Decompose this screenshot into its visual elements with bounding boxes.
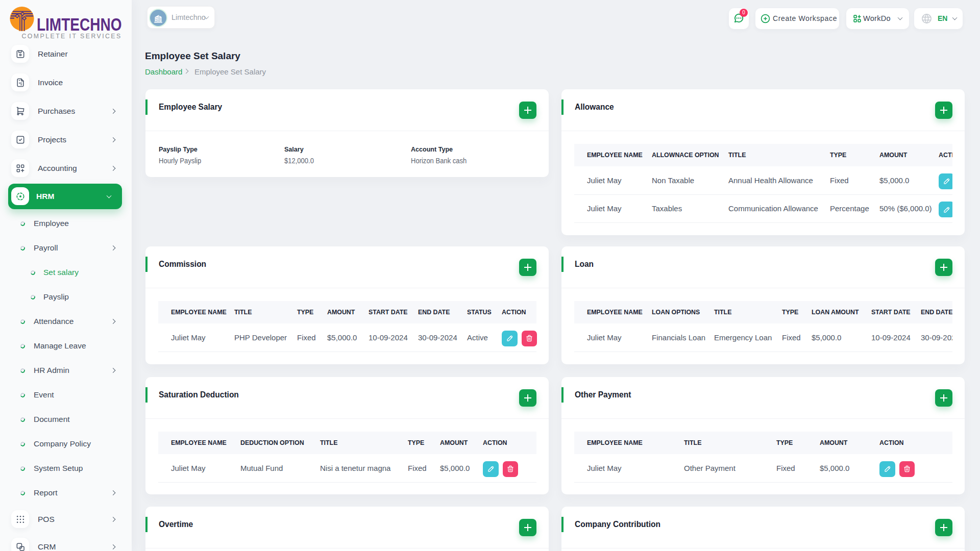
svg-text:COMPLETE IT SERVICES: COMPLETE IT SERVICES <box>22 33 122 40</box>
svg-text:LIMTECHNO: LIMTECHNO <box>37 14 121 34</box>
